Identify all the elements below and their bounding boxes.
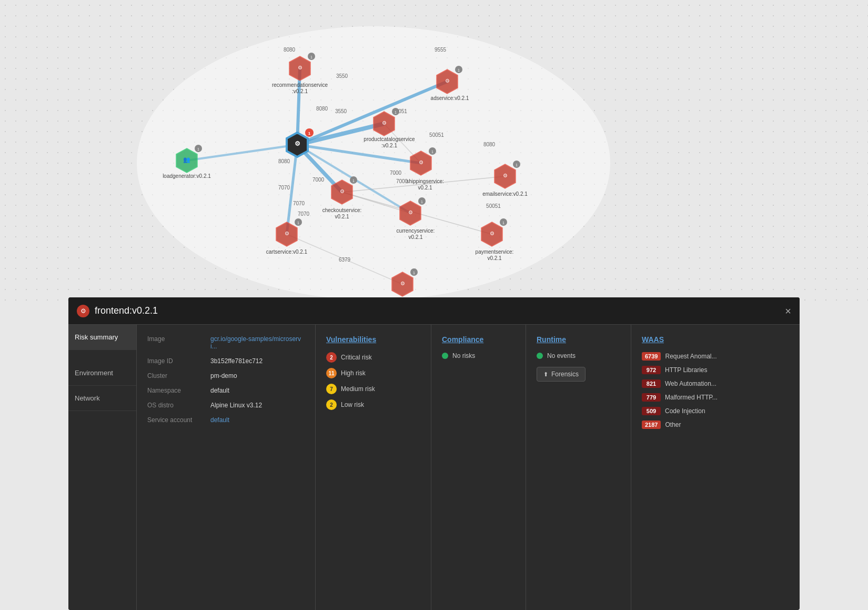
low-badge: 2: [326, 399, 337, 410]
info-label-cluster: Cluster: [147, 372, 210, 379]
panel-title: frontend:v0.2.1: [95, 305, 785, 316]
waas-row-0: 6739 Request Anomal...: [642, 352, 789, 361]
waas-row-1: 972 HTTP Libraries: [642, 366, 789, 374]
info-section: Image gcr.io/google-samples/microservi..…: [137, 325, 316, 610]
risk-row-high: 11 High risk: [326, 368, 420, 378]
info-label-namespace: Namespace: [147, 387, 210, 394]
info-value-namespace: default: [210, 387, 229, 394]
waas-label-4: Code Injection: [665, 407, 705, 415]
info-label-image: Image: [147, 335, 210, 350]
runtime-status-dot: [537, 353, 543, 359]
high-label: High risk: [341, 369, 366, 377]
info-row-imageid: Image ID 3b152ffe781ec712: [147, 357, 305, 365]
sidebar-item-environment[interactable]: Environment: [68, 361, 136, 386]
compliance-section: Compliance No risks: [431, 325, 526, 610]
waas-badge-1: 972: [642, 366, 661, 374]
network-blob: [137, 26, 610, 300]
info-value-osdistro: Alpine Linux v3.12: [210, 402, 262, 409]
info-row-serviceaccount: Service account default: [147, 416, 305, 424]
waas-badge-4: 509: [642, 407, 661, 415]
risk-row-low: 2 Low risk: [326, 399, 420, 410]
waas-row-3: 779 Malformed HTTP...: [642, 393, 789, 402]
waas-label-1: HTTP Libraries: [665, 366, 707, 374]
runtime-status-label: No events: [547, 352, 576, 359]
vulnerabilities-section: Vulnerabilities 2 Critical risk 11 High …: [316, 325, 431, 610]
panel-header: ⚙ frontend:v0.2.1 ×: [68, 297, 800, 325]
network-graph-area: 8080 9555 3550 8080 3550 50051 8080 7000…: [0, 0, 868, 305]
medium-label: Medium risk: [341, 385, 375, 393]
runtime-status-row: No events: [537, 352, 620, 359]
risk-row-medium: 7 Medium risk: [326, 384, 420, 394]
waas-badge-2: 821: [642, 379, 661, 388]
waas-row-4: 509 Code Injection: [642, 407, 789, 415]
info-value-cluster: pm-demo: [210, 372, 237, 379]
medium-badge: 7: [326, 384, 337, 394]
left-sidebar: Risk summary Environment Network: [68, 325, 137, 610]
forensics-icon: ⬆: [543, 371, 548, 378]
waas-label-2: Web Automation...: [665, 380, 716, 387]
info-label-imageid: Image ID: [147, 357, 210, 365]
critical-badge: 2: [326, 352, 337, 363]
close-button[interactable]: ×: [785, 306, 791, 316]
waas-label-0: Request Anomal...: [665, 353, 716, 360]
info-label-osdistro: OS distro: [147, 402, 210, 409]
info-row-image: Image gcr.io/google-samples/microservi..…: [147, 335, 305, 350]
risk-row-critical: 2 Critical risk: [326, 352, 420, 363]
runtime-title[interactable]: Runtime: [537, 335, 620, 344]
forensics-button[interactable]: ⬆ Forensics: [537, 367, 586, 382]
waas-row-5: 2187 Other: [642, 421, 789, 429]
sidebar-item-network[interactable]: Network: [68, 386, 136, 411]
waas-badge-0: 6739: [642, 352, 661, 361]
waas-row-2: 821 Web Automation...: [642, 379, 789, 388]
critical-label: Critical risk: [341, 354, 372, 361]
info-row-namespace: Namespace default: [147, 387, 305, 394]
info-row-cluster: Cluster pm-demo: [147, 372, 305, 379]
main-content: Image gcr.io/google-samples/microservi..…: [137, 325, 800, 610]
sidebar-item-risk-summary[interactable]: Risk summary: [68, 325, 136, 350]
compliance-status-label: No risks: [452, 352, 475, 359]
waas-label-3: Malformed HTTP...: [665, 394, 718, 401]
runtime-section: Runtime No events ⬆ Forensics: [526, 325, 631, 610]
compliance-status-row: No risks: [442, 352, 515, 359]
panel-body: Risk summary Environment Network Image g…: [68, 325, 800, 610]
waas-badge-3: 779: [642, 393, 661, 402]
info-value-imageid: 3b152ffe781ec712: [210, 357, 263, 365]
compliance-title[interactable]: Compliance: [442, 335, 515, 344]
waas-badge-5: 2187: [642, 421, 661, 429]
info-value-serviceaccount[interactable]: default: [210, 416, 229, 424]
low-label: Low risk: [341, 401, 364, 408]
info-label-serviceaccount: Service account: [147, 416, 210, 424]
waas-section: WAAS 6739 Request Anomal... 972 HTTP Lib…: [631, 325, 800, 610]
waas-title[interactable]: WAAS: [642, 335, 789, 344]
vulnerabilities-title[interactable]: Vulnerabilities: [326, 335, 420, 344]
waas-label-5: Other: [665, 421, 681, 428]
compliance-status-dot: [442, 353, 448, 359]
info-row-osdistro: OS distro Alpine Linux v3.12: [147, 402, 305, 409]
panel-icon: ⚙: [77, 305, 89, 317]
detail-panel: ⚙ frontend:v0.2.1 × Risk summary Environ…: [68, 297, 800, 610]
high-badge: 11: [326, 368, 337, 378]
info-value-image[interactable]: gcr.io/google-samples/microservi...: [210, 335, 305, 350]
